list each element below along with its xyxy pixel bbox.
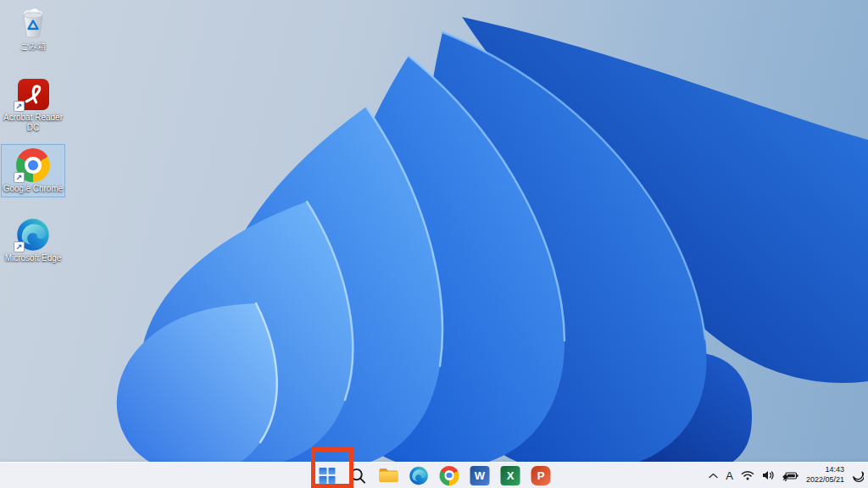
search-button[interactable]: [348, 465, 369, 486]
tray-chevron-up-icon[interactable]: [709, 473, 718, 479]
wifi-icon[interactable]: [741, 470, 754, 480]
desktop-wallpaper-bloom: [0, 0, 868, 488]
word-icon: W: [470, 466, 490, 485]
volume-icon[interactable]: [762, 470, 775, 480]
desktop-icon-label: Google Chrome: [3, 184, 64, 194]
desktop-icon-label: ごみ箱: [20, 42, 46, 52]
taskbar-center-buttons: W X P: [317, 463, 552, 488]
focus-assist-moon-icon[interactable]: [852, 469, 864, 482]
word-taskbar-button[interactable]: W: [470, 465, 491, 486]
word-letter: W: [475, 469, 485, 482]
excel-letter: X: [507, 469, 515, 482]
desktop-icon-google-chrome[interactable]: ↗ Google Chrome: [1, 144, 65, 197]
desktop-icon-label: Acrobat Reader DC: [2, 113, 64, 132]
taskbar: W X P A: [0, 462, 868, 488]
ime-mode-indicator[interactable]: A: [726, 469, 733, 482]
recycle-bin-icon: [15, 6, 51, 40]
powerpoint-letter: P: [537, 469, 545, 482]
desktop-icon-label: Microsoft Edge: [5, 253, 62, 263]
windows-logo-icon: [320, 468, 336, 484]
shortcut-arrow-icon: ↗: [14, 172, 25, 183]
powerpoint-icon: P: [531, 466, 551, 485]
taskbar-clock[interactable]: 14:43 2022/05/21: [806, 465, 844, 485]
clock-time: 14:43: [806, 465, 844, 475]
edge-taskbar-button[interactable]: [409, 465, 430, 486]
powerpoint-taskbar-button[interactable]: P: [531, 465, 552, 486]
shortcut-arrow-icon: ↗: [14, 101, 25, 112]
system-tray: A 14:43 2022: [709, 463, 864, 488]
start-button[interactable]: [317, 465, 338, 486]
desktop-icon-microsoft-edge[interactable]: ↗ Microsoft Edge: [1, 214, 65, 267]
shortcut-arrow-icon: ↗: [14, 241, 25, 252]
microsoft-edge-icon: [409, 466, 429, 485]
microsoft-edge-icon: ↗: [15, 218, 51, 252]
windows-11-desktop: { "wallpaper": { "name": "windows-11-blo…: [0, 0, 868, 488]
battery-charging-icon[interactable]: [782, 470, 798, 481]
desktop-icon-acrobat-reader[interactable]: ↗ Acrobat Reader DC: [1, 73, 65, 136]
file-explorer-button[interactable]: [378, 465, 399, 486]
google-chrome-icon: [440, 466, 459, 485]
acrobat-reader-icon: ↗: [15, 77, 51, 111]
excel-taskbar-button[interactable]: X: [500, 465, 521, 486]
chrome-taskbar-button[interactable]: [439, 465, 460, 486]
clock-date: 2022/05/21: [806, 475, 844, 485]
search-icon: [349, 467, 367, 485]
google-chrome-icon: ↗: [15, 148, 51, 182]
desktop-icon-recycle-bin[interactable]: ごみ箱: [1, 2, 65, 55]
excel-icon: X: [501, 466, 520, 485]
folder-icon: [378, 467, 398, 484]
